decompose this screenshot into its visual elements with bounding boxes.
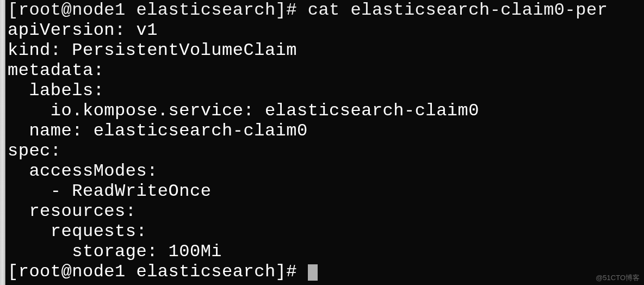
terminal-line: kind: PersistentVolumeClaim: [8, 40, 642, 60]
terminal-line: storage: 100Mi: [8, 241, 642, 262]
terminal-line: accessModes:: [8, 161, 642, 181]
terminal-line: apiVersion: v1: [8, 20, 642, 40]
terminal-line: spec:: [8, 141, 642, 161]
terminal-line: metadata:: [8, 60, 642, 80]
terminal-cursor: [308, 264, 318, 281]
terminal-line: name: elasticsearch-claim0: [8, 121, 642, 141]
terminal-line: resources:: [8, 201, 642, 221]
terminal-window[interactable]: [root@node1 elasticsearch]# cat elastics…: [5, 0, 644, 285]
terminal-line: io.kompose.service: elasticsearch-claim0: [8, 101, 642, 121]
watermark-text: @51CTO博客: [596, 273, 640, 283]
terminal-prompt: [root@node1 elasticsearch]#: [8, 262, 308, 282]
terminal-prompt-line[interactable]: [root@node1 elasticsearch]#: [8, 262, 642, 282]
terminal-line: labels:: [8, 80, 642, 101]
terminal-line: requests:: [8, 221, 642, 241]
editor-left-frame: [0, 0, 5, 285]
terminal-line: [root@node1 elasticsearch]# cat elastics…: [8, 0, 642, 20]
terminal-line: - ReadWriteOnce: [8, 181, 642, 201]
